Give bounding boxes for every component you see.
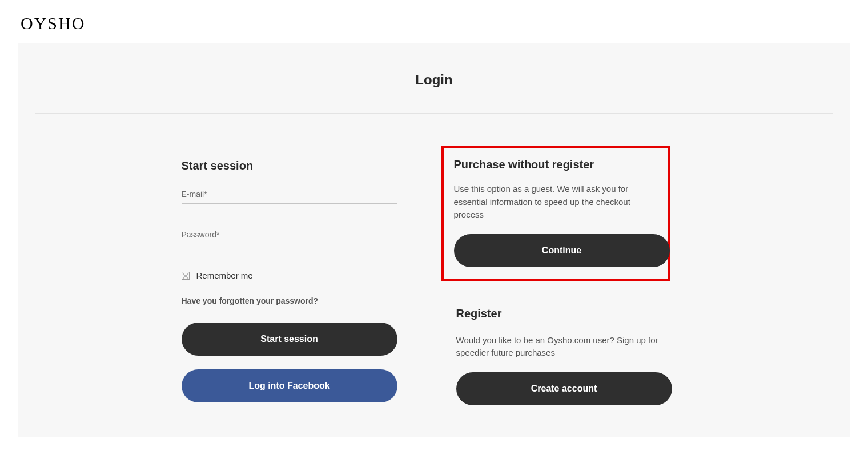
forgot-password-link[interactable]: Have you forgotten your password? <box>182 296 400 305</box>
remember-row[interactable]: Remember me <box>182 271 400 280</box>
page-container: Login Start session E-mail* Password* Re… <box>18 43 850 437</box>
brand-logo[interactable]: OYSHO <box>21 14 868 33</box>
password-field[interactable]: Password* <box>182 230 397 244</box>
login-heading: Start session <box>182 159 400 172</box>
register-description: Would you like to be an Oysho.com user? … <box>456 334 687 360</box>
page-title: Login <box>35 72 833 114</box>
guest-checkout-box: Purchase without register Use this optio… <box>441 146 670 281</box>
create-account-button[interactable]: Create account <box>456 372 672 405</box>
columns: Start session E-mail* Password* Remember… <box>177 159 691 405</box>
header: OYSHO <box>0 0 868 43</box>
password-field-wrapper: Password* <box>182 230 400 244</box>
right-column: Purchase without register Use this optio… <box>433 159 687 405</box>
register-block: Register Would you like to be an Oysho.c… <box>456 307 687 405</box>
guest-description: Use this option as a guest. We will ask … <box>454 183 657 222</box>
start-session-button[interactable]: Start session <box>182 323 397 356</box>
facebook-login-button[interactable]: Log into Facebook <box>182 369 397 402</box>
remember-label: Remember me <box>196 271 253 280</box>
continue-button[interactable]: Continue <box>454 234 670 267</box>
checkbox-icon[interactable] <box>182 272 190 280</box>
email-field-wrapper: E-mail* <box>182 190 400 204</box>
guest-heading: Purchase without register <box>454 158 657 171</box>
email-field[interactable]: E-mail* <box>182 190 397 204</box>
login-column: Start session E-mail* Password* Remember… <box>182 159 433 405</box>
register-heading: Register <box>456 307 687 320</box>
